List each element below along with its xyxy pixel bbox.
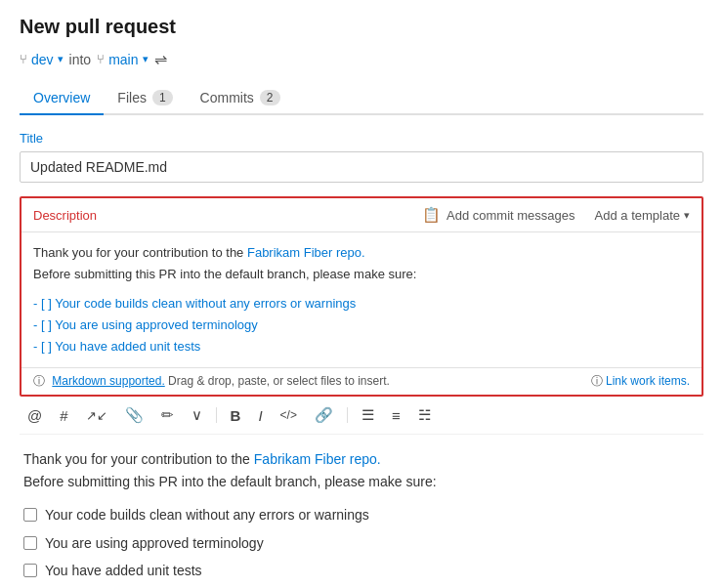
toolbar-separator-1 bbox=[216, 407, 217, 423]
from-branch-chevron: ▾ bbox=[58, 53, 64, 65]
toolbar-task-list-button[interactable]: ☵ bbox=[414, 404, 435, 426]
add-template-label: Add a template bbox=[595, 208, 680, 223]
preview-section: Thank you for your contribution to the F… bbox=[20, 435, 703, 581]
toolbar-ref-button[interactable]: ↗↙ bbox=[82, 406, 111, 425]
to-branch-icon: ⑂ bbox=[97, 52, 105, 66]
page-container: New pull request ⑂ dev ▾ into ⑂ main ▾ ⇌… bbox=[0, 0, 723, 588]
description-label: Description bbox=[33, 208, 97, 223]
title-label: Title bbox=[20, 131, 703, 146]
toolbar-bold-button[interactable]: B bbox=[227, 405, 245, 426]
title-field-group: Title bbox=[20, 131, 703, 196]
branch-row: ⑂ dev ▾ into ⑂ main ▾ ⇌ bbox=[20, 50, 703, 68]
description-section: Description 📋 Add commit messages Add a … bbox=[20, 196, 703, 397]
desc-line1: Thank you for your contribution to the F… bbox=[33, 242, 690, 264]
to-branch-selector[interactable]: ⑂ main ▾ bbox=[97, 52, 148, 67]
toolbar-italic-button[interactable]: I bbox=[254, 405, 266, 426]
desc-checklist: - [ ] Your code builds clean without any… bbox=[33, 293, 690, 357]
desc-check-item-3: - [ ] You have added unit tests bbox=[33, 336, 690, 357]
desc-repo-link: Fabrikam Fiber repo. bbox=[247, 245, 365, 260]
from-branch-icon: ⑂ bbox=[20, 52, 27, 66]
add-template-button[interactable]: Add a template ▾ bbox=[595, 208, 690, 223]
tab-commits[interactable]: Commits 2 bbox=[187, 82, 294, 115]
preview-check-label-1: Your code builds clean without any error… bbox=[45, 504, 369, 525]
toolbar-code-button[interactable]: </> bbox=[276, 406, 301, 424]
link-work-items-icon: ⓘ bbox=[591, 374, 603, 388]
preview-check-label-2: You are using approved terminology bbox=[45, 532, 264, 554]
tab-files-badge: 1 bbox=[152, 90, 173, 105]
preview-line1: Thank you for your contribution to the F… bbox=[23, 448, 700, 470]
preview-checkbox-2[interactable] bbox=[23, 536, 37, 550]
desc-line2: Before submitting this PR into the defau… bbox=[33, 264, 690, 285]
preview-checkbox-3[interactable] bbox=[23, 564, 37, 577]
preview-intro: Thank you for your contribution to the F… bbox=[23, 448, 700, 492]
preview-check-row-3: You have added unit tests bbox=[23, 560, 700, 581]
toolbar-ul-button[interactable]: ☰ bbox=[358, 404, 378, 426]
toolbar-hash-button[interactable]: # bbox=[56, 405, 71, 426]
preview-checklist: Your code builds clean without any error… bbox=[23, 504, 700, 581]
preview-check-label-3: You have added unit tests bbox=[45, 560, 202, 581]
toolbar-pen-button[interactable]: ✏ bbox=[157, 404, 178, 426]
description-actions: 📋 Add commit messages Add a template ▾ bbox=[422, 206, 690, 224]
toolbar-attach-button[interactable]: 📎 bbox=[121, 404, 148, 426]
tab-overview-label: Overview bbox=[33, 90, 90, 105]
link-work-items-area: ⓘ Link work items. bbox=[591, 373, 690, 390]
to-branch-name: main bbox=[108, 52, 138, 67]
add-commit-messages-button[interactable]: 📋 Add commit messages bbox=[422, 206, 575, 224]
drag-drop-label: Drag & drop, paste, or select files to i… bbox=[168, 374, 390, 388]
swap-branches-icon[interactable]: ⇌ bbox=[154, 50, 167, 68]
toolbar-ol-button[interactable]: ≡ bbox=[388, 405, 404, 426]
preview-repo-link: Fabrikam Fiber repo. bbox=[254, 451, 381, 467]
description-header: Description 📋 Add commit messages Add a … bbox=[21, 198, 702, 231]
tab-files[interactable]: Files 1 bbox=[104, 82, 186, 115]
from-branch-selector[interactable]: ⑂ dev ▾ bbox=[20, 52, 64, 67]
markdown-supported-link[interactable]: Markdown supported. bbox=[52, 374, 164, 388]
tab-files-label: Files bbox=[117, 90, 147, 105]
desc-check-item-2: - [ ] You are using approved terminology bbox=[33, 315, 690, 336]
toolbar-pen-dropdown-button[interactable]: ∨ bbox=[188, 404, 206, 426]
toolbar-link-button[interactable]: 🔗 bbox=[311, 404, 337, 426]
description-footer: ⓘ Markdown supported. Drag & drop, paste… bbox=[21, 367, 702, 395]
content-area: Title Description 📋 Add commit messages … bbox=[20, 115, 703, 581]
desc-check-item-1: - [ ] Your code builds clean without any… bbox=[33, 293, 690, 315]
link-work-items-link[interactable]: Link work items. bbox=[606, 374, 690, 388]
page-title: New pull request bbox=[20, 16, 703, 38]
tab-commits-badge: 2 bbox=[260, 90, 280, 105]
toolbar-mention-button[interactable]: @ bbox=[23, 405, 46, 426]
markdown-info: ⓘ Markdown supported. Drag & drop, paste… bbox=[33, 373, 390, 390]
into-label: into bbox=[69, 52, 92, 67]
desc-text1: Thank you for your contribution to the bbox=[33, 245, 247, 260]
add-template-chevron-icon: ▾ bbox=[684, 209, 690, 222]
tab-commits-label: Commits bbox=[200, 90, 254, 105]
to-branch-chevron: ▾ bbox=[143, 53, 149, 65]
description-textarea-area[interactable]: Thank you for your contribution to the F… bbox=[21, 231, 702, 367]
preview-check-row-2: You are using approved terminology bbox=[23, 532, 700, 554]
tabs-bar: Overview Files 1 Commits 2 bbox=[20, 82, 703, 115]
preview-line2: Before submitting this PR into the defau… bbox=[23, 471, 700, 492]
preview-check-row-1: Your code builds clean without any error… bbox=[23, 504, 700, 525]
title-input[interactable] bbox=[20, 151, 703, 183]
editor-toolbar: @ # ↗↙ 📎 ✏ ∨ B I </> 🔗 ☰ ≡ ☵ bbox=[20, 397, 703, 435]
toolbar-separator-2 bbox=[347, 407, 348, 423]
add-commit-messages-label: Add commit messages bbox=[447, 208, 575, 223]
commit-messages-icon: 📋 bbox=[422, 206, 441, 224]
tab-overview[interactable]: Overview bbox=[20, 82, 104, 115]
preview-checkbox-1[interactable] bbox=[23, 508, 37, 522]
info-circle-icon: ⓘ bbox=[33, 374, 45, 388]
from-branch-name: dev bbox=[31, 52, 54, 67]
